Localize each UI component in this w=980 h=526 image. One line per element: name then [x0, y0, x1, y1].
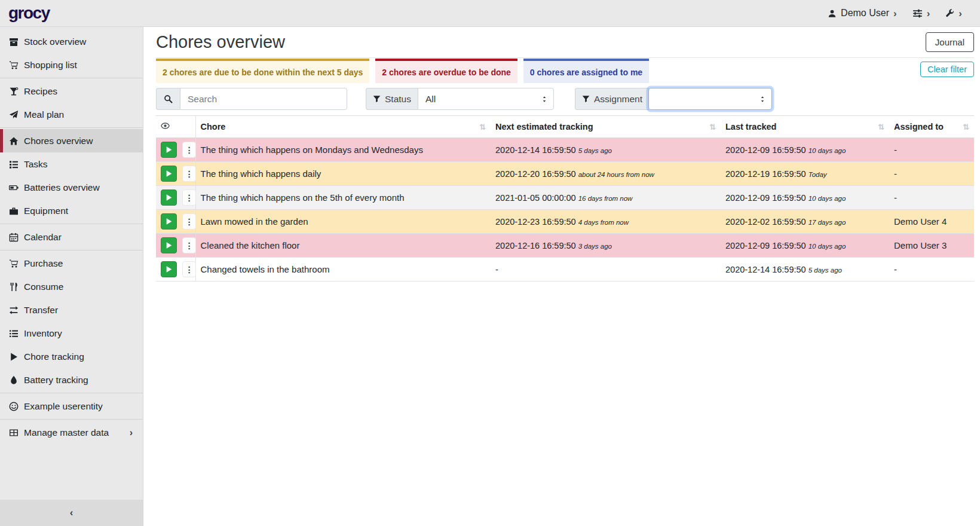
- sidebar-item-label: Recipes: [24, 86, 57, 97]
- paper-plane-icon: [8, 110, 19, 120]
- sidebar-item-chore-tracking[interactable]: Chore tracking: [0, 345, 143, 368]
- assigned-to-cell: -: [889, 186, 974, 210]
- next-tracking-cell: 2020-12-14 16:59:505 days ago: [491, 138, 721, 162]
- status-banners: 2 chores are due to be done within the n…: [156, 57, 974, 83]
- track-chore-execution-button[interactable]: [161, 237, 177, 253]
- sidebar-item-label: Chore tracking: [24, 351, 84, 362]
- clear-filter-button[interactable]: Clear filter: [920, 62, 974, 77]
- top-bar: grocy Demo User › › ›: [0, 0, 980, 27]
- play-icon: [165, 194, 173, 201]
- sidebar-item-chores-overview[interactable]: Chores overview: [0, 129, 143, 152]
- admin-menu[interactable]: ›: [945, 8, 962, 19]
- last-tracked-cell: 2020-12-14 16:59:505 days ago: [721, 258, 889, 282]
- sidebar-item-label: Stock overview: [24, 36, 86, 47]
- status-filter-addon: Status: [366, 88, 418, 110]
- sidebar-item-recipes[interactable]: Recipes: [0, 79, 143, 103]
- calendar-icon: [8, 233, 19, 242]
- sidebar-item-transfer[interactable]: Transfer: [0, 298, 143, 322]
- sidebar-item-tasks[interactable]: Tasks: [0, 152, 143, 176]
- track-chore-execution-button[interactable]: [161, 261, 177, 277]
- banner-due-soon[interactable]: 2 chores are due to be done within the n…: [156, 59, 369, 83]
- track-chore-execution-button[interactable]: [161, 166, 177, 182]
- sort-icon: ⇅: [963, 123, 969, 132]
- row-menu-button[interactable]: ⋮: [182, 166, 196, 182]
- column-header-assigned-to[interactable]: Assigned to ⇅: [889, 116, 974, 138]
- banner-overdue[interactable]: 2 chores are overdue to be done: [375, 59, 517, 83]
- row-menu-button[interactable]: ⋮: [182, 213, 196, 230]
- select-arrows-icon: [541, 96, 548, 103]
- row-menu-button[interactable]: ⋮: [182, 237, 196, 253]
- page-title: Chores overview: [156, 32, 285, 52]
- sliders-icon: [912, 8, 923, 19]
- sidebar-collapse-button[interactable]: ‹: [0, 500, 143, 526]
- sidebar-item-calendar[interactable]: Calendar: [0, 225, 143, 249]
- chore-name-cell: The thing which happens on the 5th of ev…: [195, 186, 491, 210]
- status-filter-label: Status: [385, 94, 411, 105]
- ellipsis-v-icon: ⋮: [185, 169, 194, 179]
- track-chore-execution-button[interactable]: [161, 213, 177, 230]
- assigned-to-cell: Demo User 3: [889, 234, 974, 258]
- banner-assigned-to-me[interactable]: 0 chores are assigned to me: [523, 59, 649, 83]
- sidebar-item-purchase[interactable]: Purchase: [0, 252, 143, 275]
- column-header-chore[interactable]: Chore ⇅: [195, 116, 491, 138]
- assigned-to-cell: -: [889, 258, 974, 282]
- assignment-select[interactable]: [648, 88, 772, 110]
- list-icon: [8, 329, 19, 338]
- column-header-next-estimated-tracking[interactable]: Next estimated tracking ⇅: [491, 116, 721, 138]
- next-tracking-cell: -: [491, 258, 721, 282]
- chore-name-cell: The thing which happens on Mondays and W…: [195, 138, 491, 162]
- cart-icon: [8, 259, 19, 268]
- journal-button[interactable]: Journal: [926, 32, 974, 52]
- sidebar-item-consume[interactable]: Consume: [0, 275, 143, 298]
- sidebar-item-inventory[interactable]: Inventory: [0, 322, 143, 345]
- sidebar-item-label: Equipment: [24, 206, 68, 216]
- smiley-icon: [8, 402, 19, 411]
- exchange-icon: [8, 305, 19, 315]
- sidebar-divider: [0, 127, 143, 128]
- chore-name-cell: Cleaned the kitchen floor: [195, 234, 491, 258]
- sidebar-item-label: Calendar: [24, 232, 62, 243]
- filter-icon: [582, 95, 590, 103]
- track-chore-execution-button[interactable]: [161, 189, 177, 206]
- chevron-right-icon: ›: [927, 8, 930, 19]
- chore-name-cell: Changed towels in the bathroom: [195, 258, 491, 282]
- sidebar-item-label: Tasks: [24, 159, 48, 170]
- sidebar-item-meal-plan[interactable]: Meal plan: [0, 103, 143, 126]
- search-input[interactable]: [180, 88, 347, 110]
- column-header-last-tracked[interactable]: Last tracked ⇅: [721, 116, 889, 138]
- sort-icon: ⇅: [878, 123, 884, 132]
- sidebar: Stock overview Shopping list Recipes Mea…: [0, 27, 143, 526]
- utensils-icon: [8, 282, 19, 292]
- sidebar-item-example-userentity[interactable]: Example userentity: [0, 395, 143, 418]
- sidebar-item-stock-overview[interactable]: Stock overview: [0, 30, 143, 53]
- sidebar-divider: [0, 224, 143, 224]
- search-addon: [156, 88, 180, 110]
- sidebar-item-batteries-overview[interactable]: Batteries overview: [0, 176, 143, 199]
- sidebar-item-manage-master-data[interactable]: Manage master data ›: [0, 421, 143, 444]
- table-row: ⋮ The thing which happens daily 2020-12-…: [156, 162, 974, 186]
- filter-icon: [373, 95, 381, 103]
- row-menu-button[interactable]: ⋮: [182, 189, 196, 206]
- sidebar-item-equipment[interactable]: Equipment: [0, 199, 143, 222]
- sidebar-item-battery-tracking[interactable]: Battery tracking: [0, 368, 143, 392]
- eye-icon[interactable]: [161, 121, 170, 130]
- status-select[interactable]: All: [418, 88, 554, 110]
- settings-menu[interactable]: ›: [912, 8, 930, 19]
- assignment-filter-label: Assignment: [594, 94, 642, 105]
- sidebar-item-shopping-list[interactable]: Shopping list: [0, 53, 143, 77]
- sidebar-divider: [0, 419, 143, 420]
- drop-icon: [8, 375, 19, 385]
- toolbox-icon: [8, 206, 19, 216]
- track-chore-execution-button[interactable]: [161, 142, 177, 158]
- row-menu-button[interactable]: ⋮: [182, 261, 196, 277]
- chevron-right-icon: ›: [130, 427, 133, 438]
- app-logo[interactable]: grocy: [8, 4, 50, 23]
- status-select-value: All: [425, 94, 436, 105]
- row-menu-button[interactable]: ⋮: [182, 142, 196, 158]
- chore-name-cell: The thing which happens daily: [195, 162, 491, 186]
- chevron-right-icon: ›: [893, 8, 897, 19]
- sort-icon: ⇅: [709, 123, 716, 132]
- next-tracking-cell: 2020-12-16 16:59:503 days ago: [491, 234, 721, 258]
- user-menu[interactable]: Demo User ›: [828, 8, 897, 19]
- sidebar-item-label: Battery tracking: [24, 375, 88, 386]
